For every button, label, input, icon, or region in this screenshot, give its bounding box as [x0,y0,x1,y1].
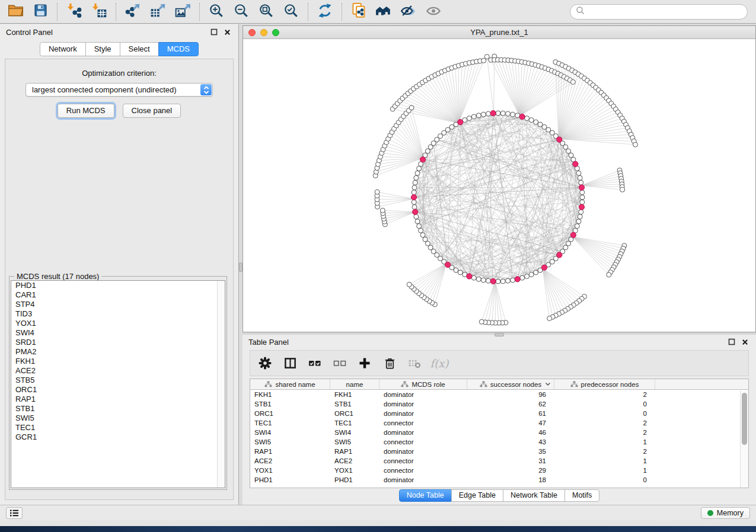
search-field[interactable] [585,6,747,18]
network-graph[interactable] [243,40,755,332]
table-row[interactable]: FKH1FKH1dominator962 [250,390,748,399]
cell-name[interactable]: ORC1 [330,409,379,418]
tab-network-table[interactable]: Network Table [503,489,565,502]
cell-shared-name[interactable]: SWI4 [250,428,330,437]
column-header-shared-name[interactable]: shared name [250,379,330,389]
cell-successor-nodes[interactable]: 31 [467,456,554,466]
scrollbar-thumb[interactable] [742,393,747,445]
cell-shared-name[interactable]: ACE2 [250,456,330,466]
column-view-icon[interactable] [282,355,298,371]
mcds-result-item[interactable]: SWI4 [11,328,225,338]
float-panel-icon[interactable] [209,27,219,37]
mcds-result-item[interactable]: STP4 [11,300,225,309]
close-panel-button[interactable]: Close panel [123,104,181,118]
cell-shared-name[interactable]: TEC1 [250,418,330,428]
cell-shared-name[interactable]: STB1 [250,399,330,409]
cell-shared-name[interactable]: YOX1 [250,466,330,475]
show-all-button[interactable] [423,2,444,21]
cell-mcds-role[interactable]: dominator [379,409,467,418]
mcds-result-item[interactable]: STB5 [11,376,225,385]
table-row[interactable]: SWI5SWI5connector431 [250,437,748,447]
cell-mcds-role[interactable]: dominator [379,447,467,456]
horizontal-splitter-handle[interactable] [495,333,504,336]
cell-name[interactable]: SWI5 [330,437,379,447]
cell-name[interactable]: SWI4 [330,428,379,437]
close-window-icon[interactable] [248,29,256,36]
mcds-result-item[interactable]: CAR1 [11,290,225,300]
cell-successor-nodes[interactable]: 62 [467,399,554,409]
cell-predecessor-nodes[interactable]: 0 [554,399,655,409]
add-column-icon[interactable] [357,355,372,371]
cell-shared-name[interactable]: PHD1 [250,475,330,485]
criterion-dropdown[interactable]: largest connected component (undirected) [25,83,213,97]
cell-predecessor-nodes[interactable]: 2 [554,390,655,399]
mcds-result-item[interactable]: SRD1 [11,338,225,347]
column-header-successor-nodes[interactable]: successor nodes [467,379,554,389]
mcds-list-scrollbar[interactable] [217,281,225,488]
settings-gear-icon[interactable] [257,355,273,371]
export-network-button[interactable] [122,2,143,21]
mcds-result-item[interactable]: SWI5 [11,414,225,423]
mcds-result-item[interactable]: RAP1 [11,395,225,404]
cell-name[interactable]: TEC1 [330,418,379,428]
tab-motifs[interactable]: Motifs [564,489,599,502]
first-neighbors-button[interactable] [373,2,394,21]
save-session-button[interactable] [30,2,51,21]
mcds-result-item[interactable]: YOX1 [11,319,225,328]
cell-successor-nodes[interactable]: 35 [467,447,554,456]
cell-successor-nodes[interactable]: 47 [467,418,554,428]
zoom-fit-button[interactable] [256,2,277,21]
task-history-button[interactable] [6,507,23,519]
cell-predecessor-nodes[interactable]: 0 [554,475,655,485]
cell-name[interactable]: YOX1 [330,466,379,475]
cell-mcds-role[interactable]: connector [379,437,467,447]
cell-mcds-role[interactable]: connector [379,466,467,475]
export-table-button[interactable] [147,2,168,21]
table-row[interactable]: SWI4SWI4dominator462 [250,428,748,437]
table-row[interactable]: ORC1ORC1dominator610 [250,409,748,418]
zoom-selected-button[interactable] [280,2,302,21]
duplicate-network-button[interactable] [348,2,369,21]
cell-predecessor-nodes[interactable]: 2 [554,428,655,437]
mcds-result-item[interactable]: STB1 [11,404,225,414]
table-row[interactable]: STB1STB1dominator620 [250,399,748,409]
export-image-button[interactable] [172,2,193,21]
cell-mcds-role[interactable]: connector [379,456,467,466]
cell-predecessor-nodes[interactable]: 1 [554,437,655,447]
mcds-result-item[interactable]: TID3 [11,309,225,319]
cell-successor-nodes[interactable]: 46 [467,428,554,437]
cell-successor-nodes[interactable]: 43 [467,437,554,447]
unselect-all-columns-icon[interactable] [332,355,347,371]
mcds-result-item[interactable]: PMA2 [11,347,225,357]
cell-predecessor-nodes[interactable]: 2 [554,418,655,428]
zoom-out-button[interactable] [231,2,252,21]
table-row[interactable]: TEC1TEC1connector472 [250,418,748,428]
network-canvas[interactable] [243,40,755,332]
float-panel-icon[interactable] [726,336,737,347]
cell-name[interactable]: RAP1 [330,447,379,456]
cell-successor-nodes[interactable]: 96 [467,390,554,399]
cell-successor-nodes[interactable]: 18 [467,475,554,485]
close-panel-icon[interactable] [222,27,232,37]
import-table-button[interactable] [88,2,110,21]
cell-mcds-role[interactable]: dominator [379,399,467,409]
tab-style[interactable]: Style [85,42,120,56]
table-row[interactable]: PHD1PHD1dominator180 [250,475,748,485]
close-panel-icon[interactable] [739,336,750,347]
tab-mcds[interactable]: MCDS [158,42,199,56]
mcds-result-item[interactable]: TEC1 [11,423,225,432]
cell-successor-nodes[interactable]: 61 [467,409,554,418]
cell-shared-name[interactable]: SWI5 [250,437,330,447]
mcds-result-item[interactable]: FKH1 [11,357,225,366]
import-network-button[interactable] [63,2,85,21]
refresh-view-button[interactable] [314,2,336,21]
cell-name[interactable]: PHD1 [330,475,379,485]
table-vertical-scrollbar[interactable] [740,390,748,488]
mcds-result-list[interactable]: PHD1CAR1STP4TID3YOX1SWI4SRD1PMA2FKH1ACE2… [11,280,225,488]
network-window-titlebar[interactable]: YPA_prune.txt_1 [243,26,755,39]
cell-shared-name[interactable]: ORC1 [250,409,330,418]
memory-button[interactable]: Memory [701,507,750,519]
cell-predecessor-nodes[interactable]: 1 [554,456,655,466]
run-mcds-button[interactable]: Run MCDS [58,104,114,118]
tab-network[interactable]: Network [40,42,86,56]
